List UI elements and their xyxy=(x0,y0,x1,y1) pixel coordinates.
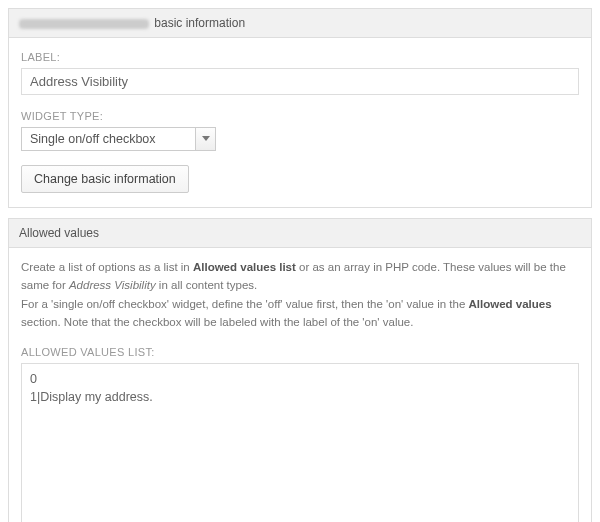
blurred-prefix xyxy=(19,19,149,29)
basic-info-body: LABEL: WIDGET TYPE: Change basic informa… xyxy=(9,38,591,207)
allowed-values-body: Create a list of options as a list in Al… xyxy=(9,248,591,522)
label-field-label: LABEL: xyxy=(21,51,579,63)
basic-info-panel: basic information LABEL: WIDGET TYPE: Ch… xyxy=(8,8,592,208)
change-basic-info-button[interactable]: Change basic information xyxy=(21,165,189,193)
allowed-values-textarea[interactable] xyxy=(21,363,579,522)
widget-type-select[interactable] xyxy=(21,127,216,151)
allowed-values-textarea-wrap xyxy=(21,363,579,522)
widget-type-select-wrap xyxy=(21,127,216,151)
allowed-values-panel: Allowed values Create a list of options … xyxy=(8,218,592,522)
label-input[interactable] xyxy=(21,68,579,95)
basic-info-header-suffix: basic information xyxy=(154,16,245,30)
basic-info-header: basic information xyxy=(9,9,591,38)
allowed-values-header: Allowed values xyxy=(9,219,591,248)
widget-type-label: WIDGET TYPE: xyxy=(21,110,579,122)
allowed-values-list-label: ALLOWED VALUES LIST: xyxy=(21,346,579,358)
allowed-values-description: Create a list of options as a list in Al… xyxy=(21,258,579,332)
